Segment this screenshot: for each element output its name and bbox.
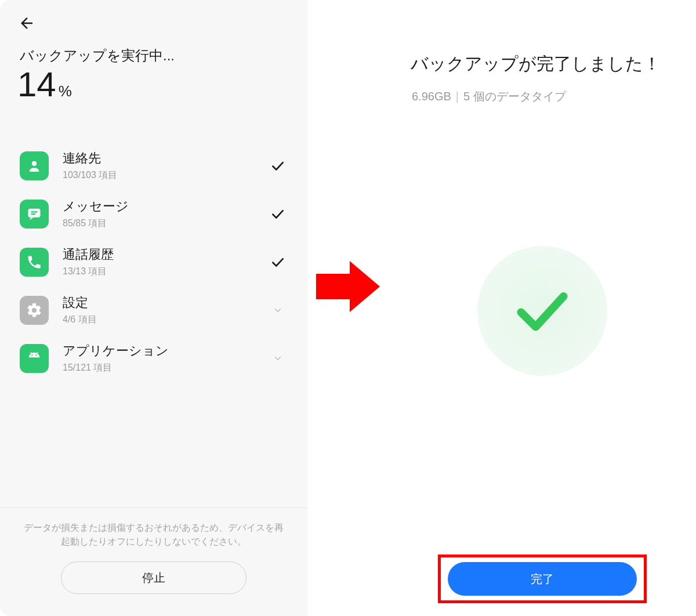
item-title: メッセージ xyxy=(63,198,255,215)
progress-title: バックアップを実行中... xyxy=(20,46,307,65)
progress-percent: 14% xyxy=(17,67,307,102)
done-button-highlight: 完了 xyxy=(438,555,647,603)
check-icon xyxy=(269,255,287,270)
contact-icon xyxy=(20,151,49,180)
list-item: メッセージ85/85 項目 xyxy=(0,190,307,238)
chevron-down-icon xyxy=(269,305,287,316)
item-title: 設定 xyxy=(63,294,255,311)
backup-progress-screen: バックアップを実行中... 14% 連絡先103/103 項目メッセージ85/8… xyxy=(0,0,307,616)
progress-percent-number: 14 xyxy=(17,65,56,104)
check-icon xyxy=(269,206,287,222)
svg-marker-4 xyxy=(316,261,380,312)
item-title: アプリケーション xyxy=(63,342,255,360)
done-button[interactable]: 完了 xyxy=(448,562,637,596)
complete-footer: 完了 xyxy=(389,555,696,603)
item-subtitle: 15/121 項目 xyxy=(63,362,255,374)
list-item[interactable]: 設定4/6 項目 xyxy=(0,286,307,334)
chevron-down-icon xyxy=(269,353,287,364)
back-button[interactable] xyxy=(14,10,39,36)
check-icon xyxy=(510,279,574,343)
warning-text: データが損失または損傷するおそれがあるため、デバイスを再起動したりオフにしたりし… xyxy=(17,521,290,549)
list-item: 連絡先103/103 項目 xyxy=(0,142,307,190)
backup-item-list: 連絡先103/103 項目メッセージ85/85 項目通話履歴13/13 項目設定… xyxy=(0,142,307,382)
success-check-circle xyxy=(477,246,607,376)
item-subtitle: 13/13 項目 xyxy=(63,266,255,278)
backup-complete-screen: バックアップが完了しました！ 6.96GB|5 個のデータタイプ 完了 xyxy=(389,0,696,616)
phone-icon xyxy=(20,248,49,277)
progress-percent-unit: % xyxy=(59,82,72,100)
item-subtitle: 103/103 項目 xyxy=(63,169,255,182)
gear-icon xyxy=(20,296,49,325)
complete-subtitle: 6.96GB|5 個のデータタイプ xyxy=(412,89,696,104)
item-title: 連絡先 xyxy=(63,150,255,167)
arrow-left-icon xyxy=(18,15,35,32)
message-icon xyxy=(20,200,49,229)
backup-types: 5 個のデータタイプ xyxy=(463,90,566,103)
progress-footer: データが損失または損傷するおそれがあるため、デバイスを再起動したりオフにしたりし… xyxy=(0,508,307,616)
svg-rect-1 xyxy=(28,208,41,217)
item-title: 通話履歴 xyxy=(63,246,255,263)
arrow-right-icon xyxy=(316,261,380,312)
android-icon xyxy=(20,344,49,373)
separator: | xyxy=(456,90,459,103)
check-icon xyxy=(269,158,287,173)
item-subtitle: 85/85 項目 xyxy=(63,218,255,230)
item-subtitle: 4/6 項目 xyxy=(63,314,255,326)
svg-point-0 xyxy=(32,161,37,165)
stop-button[interactable]: 停止 xyxy=(61,561,246,594)
transition-arrow xyxy=(316,261,380,312)
list-item[interactable]: アプリケーション15/121 項目 xyxy=(0,334,307,382)
list-item: 通話履歴13/13 項目 xyxy=(0,238,307,286)
complete-title: バックアップが完了しました！ xyxy=(411,52,696,76)
svg-rect-3 xyxy=(31,213,35,215)
backup-size: 6.96GB xyxy=(412,90,451,103)
svg-rect-2 xyxy=(31,211,38,212)
